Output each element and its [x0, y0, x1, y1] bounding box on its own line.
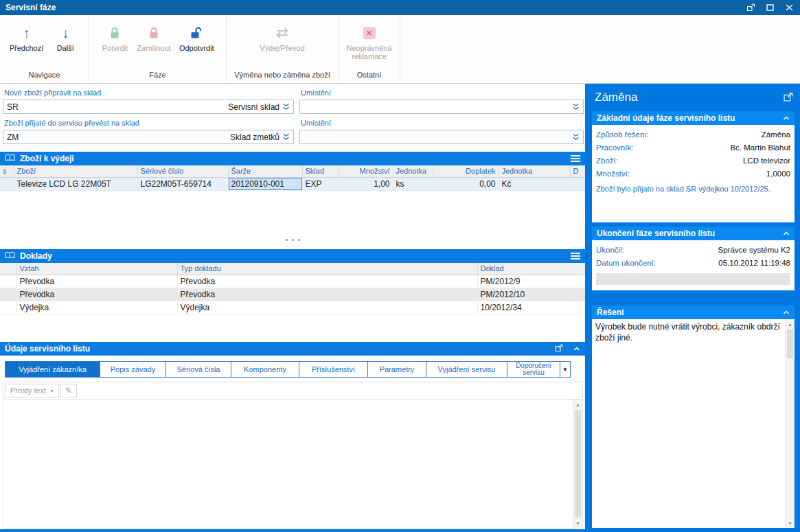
field-label: Zboží:: [596, 157, 618, 165]
tab-komponenty[interactable]: Komponenty: [231, 361, 299, 378]
column-header[interactable]: Jednotka: [393, 165, 433, 177]
cell-mnozstvi: 1,00: [338, 177, 393, 190]
field-value: Záměna: [762, 130, 790, 139]
editor-scrollbar[interactable]: ▲ ▼: [573, 400, 582, 528]
transfer-arrows-icon: ⇄: [276, 24, 288, 42]
goods-header-row: s Zboží Sériové číslo Šarže Sklad Množst…: [0, 165, 585, 177]
column-header[interactable]: Typ dokladu: [177, 263, 477, 275]
tab-vyjadreni-servisu[interactable]: Vyjádření servisu: [426, 361, 507, 378]
column-header[interactable]: Vztah: [16, 263, 177, 275]
book-icon: [5, 251, 15, 262]
cell-zbozi: Televize LCD LG 22M05T: [14, 177, 137, 190]
tab-prislusenstvi[interactable]: Příslušenství: [299, 361, 368, 378]
cell-sarze-selected[interactable]: 20120910-001: [228, 177, 302, 190]
field-label: Pracovník:: [596, 143, 633, 152]
tab-parametry[interactable]: Parametry: [367, 361, 426, 378]
window-title: Servisní fáze: [5, 3, 56, 12]
goods-section-title: Zboží k výdeji: [20, 154, 74, 163]
phase-side-panel: Záměna Základní údaje fáze servisního li…: [585, 84, 800, 532]
field-value: Správce systému K2: [718, 246, 790, 254]
scroll-up-icon[interactable]: ▲: [786, 319, 795, 329]
received-goods-warehouse-field[interactable]: ZM Sklad zmetků: [3, 130, 294, 144]
column-header[interactable]: Šarže: [228, 165, 302, 177]
received-goods-label: Zboží přijaté do servisu převést na skla…: [4, 119, 139, 127]
scroll-down-icon[interactable]: ▼: [786, 518, 795, 528]
confirm-button: Potvrdit: [97, 16, 133, 71]
ribbon-group-vymena: ⇄ Výdej/Převod Výměna nebo záměna zboží: [227, 15, 339, 83]
location2-field[interactable]: [299, 130, 584, 144]
new-goods-warehouse-field[interactable]: SR Servisní sklad: [3, 100, 294, 114]
edit-pencil-button[interactable]: ✎: [60, 384, 77, 397]
issue-transfer-button: ⇄ Výdej/Převod: [255, 16, 308, 71]
lookup-icon[interactable]: [282, 133, 290, 141]
goods-row[interactable]: Televize LCD LG 22M05T LG22M05T-659714 2…: [0, 177, 585, 190]
basic-info-panel: Základní údaje fáze servisního listu Způ…: [592, 111, 795, 222]
basic-info-title: Základní údaje fáze servisního listu: [597, 113, 735, 123]
group-label-faze: Fáze: [89, 71, 226, 83]
document-row[interactable]: Výdejka Výdejka 10/2012/34: [0, 301, 585, 314]
cell-jednotka: ks: [393, 177, 433, 190]
column-header[interactable]: Jednotka: [499, 165, 570, 177]
collapse-icon[interactable]: [783, 308, 790, 317]
lock-closed-red-icon: [146, 22, 161, 44]
solution-textarea[interactable]: Výrobek bude nutné vrátit výrobci, zákaz…: [592, 319, 795, 346]
editor-mode-dropdown[interactable]: Prostý text ▼: [5, 384, 59, 397]
scroll-up-icon[interactable]: ▲: [573, 400, 582, 409]
customer-statement-textarea[interactable]: [3, 400, 582, 405]
field-label: Množství:: [596, 170, 630, 178]
popout-icon[interactable]: [784, 92, 793, 104]
close-icon[interactable]: [784, 3, 795, 12]
empty-field: [596, 273, 790, 285]
warehouse-name: Sklad zmetků: [230, 132, 279, 142]
column-header[interactable]: Množství: [338, 165, 393, 177]
book-icon: [5, 154, 15, 164]
location2-label: Umístění: [301, 119, 331, 127]
field-label: Způsob řešení:: [596, 130, 649, 139]
menu-icon[interactable]: [571, 155, 580, 162]
group-label-vymena: Výměna nebo záměna zboží: [227, 71, 338, 83]
tab-vyjadreni-zakaznika[interactable]: Vyjádření zákazníka: [5, 361, 100, 378]
lookup-icon[interactable]: [572, 133, 580, 141]
lookup-icon[interactable]: [282, 103, 290, 111]
phase-title: Záměna: [595, 91, 637, 104]
column-header[interactable]: Sériové číslo: [137, 165, 228, 177]
document-row[interactable]: Převodka Převodka PM/2012/10: [0, 288, 585, 301]
column-header[interactable]: Sklad: [302, 165, 338, 177]
splitter-handle[interactable]: [0, 238, 585, 242]
scroll-down-icon[interactable]: ▼: [573, 518, 582, 528]
editor-toolbar: Prostý text ▼ ✎: [3, 382, 582, 400]
next-button[interactable]: ↓ Další: [47, 16, 83, 71]
column-header[interactable]: D: [570, 165, 585, 177]
menu-icon[interactable]: [571, 253, 580, 259]
solution-scrollbar[interactable]: ▲ ▼: [785, 319, 795, 528]
popout-icon[interactable]: [555, 344, 563, 354]
collapse-icon[interactable]: [573, 344, 580, 354]
maximize-icon[interactable]: [764, 3, 775, 12]
text-editor: Prostý text ▼ ✎ ▲ ▼: [3, 382, 583, 529]
unconfirm-button[interactable]: Odpotvrdit: [175, 16, 218, 71]
documents-header-row: Vztah Typ dokladu Doklad: [0, 263, 585, 275]
tab-overflow-button[interactable]: ▼: [560, 361, 571, 378]
tab-doporuceni-servisu[interactable]: Doporučení servisu: [507, 361, 560, 378]
column-header[interactable]: Zboží: [14, 165, 137, 177]
collapse-icon[interactable]: [783, 229, 790, 238]
previous-button[interactable]: ↑ Předchozí: [5, 16, 48, 71]
float-window-icon[interactable]: [745, 3, 756, 12]
tab-seriova-cisla[interactable]: Sériová čísla: [165, 361, 231, 378]
main-content: Nové zboží připravit na sklad SR Servisn…: [0, 84, 585, 532]
collapse-icon[interactable]: [783, 113, 790, 123]
column-header[interactable]: Doplatek: [433, 165, 499, 177]
column-header[interactable]: s: [0, 165, 14, 177]
ribbon-group-navigace: ↑ Předchozí ↓ Další Navigace: [0, 15, 89, 83]
column-header[interactable]: Doklad: [477, 263, 585, 275]
warehouse-name: Servisní sklad: [228, 102, 279, 112]
location1-field[interactable]: [299, 100, 584, 114]
titlebar: Servisní fáze: [0, 0, 800, 15]
document-row[interactable]: Převodka Převodka PM/2012/9: [0, 275, 585, 288]
dropdown-icon: ▼: [562, 367, 568, 373]
tab-popis-zavady[interactable]: Popis závady: [100, 361, 166, 378]
receipt-note-link[interactable]: Zboží bylo přijato na sklad SR výdejkou …: [596, 185, 790, 193]
lookup-icon[interactable]: [572, 103, 580, 111]
finish-panel: Ukončení fáze servisního listu Ukončil:S…: [592, 227, 795, 290]
window-bottom-border: [0, 529, 800, 532]
